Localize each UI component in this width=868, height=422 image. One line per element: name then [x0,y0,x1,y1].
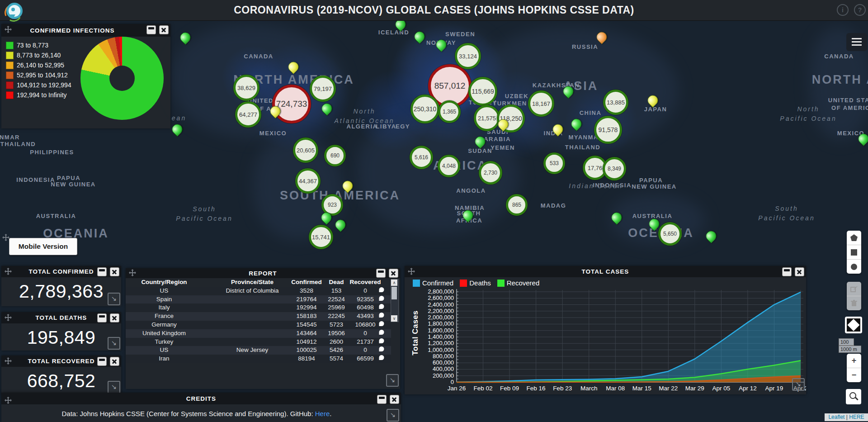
minimize-button[interactable] [377,395,387,404]
locate-pin-icon[interactable] [379,346,384,351]
github-link[interactable]: Here [315,410,330,417]
table-cell: 0 [363,346,367,353]
resize-handle[interactable]: ↘ [108,293,120,305]
move-icon[interactable] [5,268,12,275]
minimize-button[interactable] [97,313,107,322]
move-icon[interactable] [408,268,415,275]
minimize-button[interactable] [146,25,156,34]
cluster-marker[interactable]: 79,197 [310,76,336,102]
scroll-up-icon[interactable]: ∧ [391,280,397,286]
cluster-marker[interactable]: 18,167 [528,90,554,117]
cluster-marker[interactable]: 5,616 [410,146,433,169]
close-button[interactable] [795,267,804,276]
panel-header[interactable]: TOTAL RECOVERED [1,356,121,367]
total-recovered-value: 668,752 [1,370,121,392]
locate-pin-icon[interactable] [379,321,384,326]
panel-header[interactable]: CONFIRMED INFECTIONS [1,24,170,37]
cluster-marker[interactable]: 865 [506,194,528,216]
scrollbar-thumb[interactable] [392,287,397,299]
resize-handle[interactable]: ↘ [108,381,120,394]
table-row[interactable]: Spain2197642252492355 [126,295,391,304]
cluster-marker[interactable]: 533 [543,152,565,174]
mobile-version-button[interactable]: Mobile Version [9,238,77,255]
move-icon[interactable] [5,26,12,33]
layers-menu-button[interactable] [846,33,867,51]
resize-handle[interactable]: ↘ [386,374,399,387]
cluster-marker[interactable]: 1,365 [438,100,461,123]
locate-pin-icon[interactable] [379,287,384,292]
locate-pin-icon[interactable] [379,304,384,309]
cluster-marker[interactable]: 5,650 [658,222,682,246]
panel-header[interactable]: CREDITS [1,393,401,404]
move-icon[interactable] [5,397,12,404]
fullscreen-button[interactable] [845,317,862,333]
close-button[interactable] [110,313,119,322]
edit-layers-button[interactable] [847,282,861,296]
locate-pin-icon[interactable] [379,330,384,335]
report-scrollbar[interactable]: ∧ ∨ [391,279,399,322]
close-button[interactable] [110,357,119,366]
table-row[interactable]: USNew Jersey10002554260 [126,346,391,355]
table-row[interactable]: Italy1929942596960498 [126,303,391,312]
draw-polygon-button[interactable] [847,231,861,245]
table-row[interactable]: France1581832224543493 [126,312,391,321]
cluster-marker[interactable]: 21,575 [474,105,500,131]
search-button[interactable] [846,389,861,404]
draw-circle-button[interactable] [847,260,861,274]
map-attribution[interactable]: Leaflet | HERE [825,413,868,421]
table-row[interactable]: United Kingdom143464195060 [126,329,391,338]
scroll-down-icon[interactable]: ∨ [391,315,397,322]
resize-handle[interactable]: ↘ [792,378,805,391]
help-icon[interactable]: ? [854,4,866,16]
cluster-marker[interactable]: 4,048 [438,155,460,177]
locate-pin-icon[interactable] [379,355,384,360]
table-row[interactable]: Turkey104912260021737 [126,338,391,346]
close-button[interactable] [390,395,399,404]
map-pin-green[interactable] [170,122,185,137]
cluster-marker[interactable]: 64,277 [235,101,261,128]
minimize-button[interactable] [97,357,107,366]
panel-header[interactable]: TOTAL DEATHS [1,312,121,323]
panel-title: REPORT [126,270,400,277]
minimize-button[interactable] [376,269,386,278]
info-icon[interactable]: i [837,4,849,16]
zoom-in-button[interactable]: + [847,354,861,368]
move-icon[interactable] [5,357,12,365]
table-row[interactable]: Germany1545455723106800 [126,321,391,329]
cluster-marker[interactable]: 38,629 [233,75,259,101]
delete-layers-button[interactable] [847,296,861,310]
cluster-marker[interactable]: 2,730 [479,161,502,185]
table-row[interactable]: Iran88194557466599 [126,355,391,363]
minimize-button[interactable] [97,267,107,276]
cluster-marker[interactable]: 250,310 [410,95,439,123]
map-pin-green[interactable] [704,229,719,244]
panel-header[interactable]: TOTAL CONFIRMED [1,266,121,277]
cluster-marker[interactable]: 20,605 [293,138,318,163]
locate-pin-icon[interactable] [379,338,384,343]
zoom-out-button[interactable]: − [847,368,861,382]
locate-pin-icon[interactable] [379,313,384,318]
minimize-button[interactable] [782,267,792,276]
close-button[interactable] [110,267,119,276]
cluster-marker[interactable]: 33,124 [455,43,481,69]
cluster-marker[interactable]: 115,669 [468,77,497,106]
draw-rectangle-button[interactable] [847,245,861,260]
cluster-marker[interactable]: 13,885 [603,90,628,115]
cluster-marker[interactable]: 690 [324,145,346,166]
table-row[interactable]: USDistrict of Columbia35281530 [126,287,391,295]
panel-header[interactable]: REPORT [126,268,400,278]
cluster-marker[interactable]: 91,578 [594,116,622,144]
close-button[interactable] [159,25,169,34]
move-icon[interactable] [2,234,9,241]
locate-pin-icon[interactable] [379,296,384,301]
map-pin-green[interactable] [333,218,348,232]
cluster-marker[interactable]: 44,367 [295,168,321,194]
move-icon[interactable] [129,269,136,276]
cluster-marker[interactable]: 8,349 [603,157,626,180]
close-button[interactable] [389,269,398,278]
move-icon[interactable] [5,314,12,321]
resize-handle[interactable]: ↘ [387,409,399,422]
cluster-marker[interactable]: 15,741 [309,225,333,249]
resize-handle[interactable]: ↘ [108,337,120,350]
cluster-marker[interactable]: 724,733 [272,85,311,123]
